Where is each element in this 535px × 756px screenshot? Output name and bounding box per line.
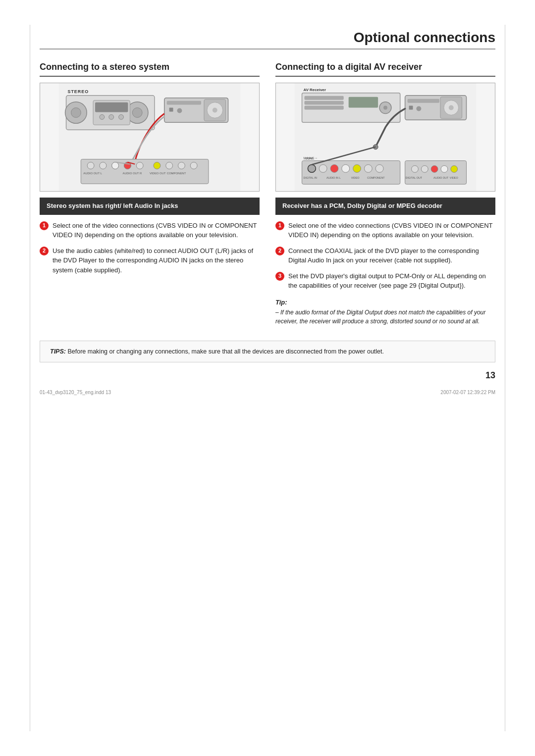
right-step-num-2: 2	[275, 247, 284, 255]
svg-point-29	[154, 162, 160, 169]
svg-point-45	[383, 106, 387, 110]
right-section-title: Connecting to a digital AV receiver	[275, 61, 495, 77]
right-step-1: 1 Select one of the video connections (C…	[275, 221, 495, 240]
left-step-2: 2 Use the audio cables (white/red) to co…	[40, 246, 260, 275]
svg-rect-8	[95, 102, 128, 112]
right-step-3-text: Set the DVD player's digital output to P…	[288, 271, 495, 291]
svg-point-4	[71, 108, 81, 118]
tip-text: – If the audio format of the Digital Out…	[275, 308, 495, 326]
svg-point-59	[342, 165, 350, 173]
svg-text:AV Receiver: AV Receiver	[304, 88, 326, 92]
svg-point-75	[451, 166, 458, 173]
margin-line-right	[505, 25, 505, 731]
left-step-2-text: Use the audio cables (white/red) to conn…	[53, 246, 260, 275]
svg-point-67	[308, 165, 316, 173]
svg-point-24	[136, 162, 143, 169]
stereo-diagram-box: STEREO	[40, 83, 260, 192]
footer-left: 01-43_dvp3120_75_eng.indd 13	[40, 390, 111, 395]
svg-point-62	[375, 165, 383, 173]
av-receiver-diagram-box: AV Receiver	[275, 83, 495, 192]
tip-section: Tip: – If the audio format of the Digita…	[275, 299, 495, 326]
page: Optional connections Connecting to a ste…	[0, 0, 535, 756]
tips-text: Before making or changing any connection…	[67, 348, 384, 355]
bottom-tips-box: TIPS: Before making or changing any conn…	[40, 341, 495, 363]
stereo-diagram-svg: STEREO	[40, 83, 259, 191]
svg-point-72	[421, 166, 428, 173]
svg-point-32	[190, 162, 197, 169]
right-subheading: Receiver has a PCM, Dolby Digital or MPE…	[275, 198, 495, 214]
svg-text:AUDIO OUT L: AUDIO OUT L	[83, 172, 103, 175]
svg-rect-42	[305, 106, 344, 110]
page-title: Optional connections	[40, 30, 495, 50]
svg-point-21	[100, 162, 107, 169]
two-col-layout: Connecting to a stereo system STEREO	[40, 61, 495, 326]
svg-point-30	[166, 162, 173, 169]
svg-text:DIGITAL IN: DIGITAL IN	[304, 177, 318, 180]
left-step-1: 1 Select one of the video connections (C…	[40, 221, 260, 240]
svg-point-11	[119, 115, 124, 120]
svg-text:DIGITAL OUT: DIGITAL OUT	[406, 177, 423, 180]
svg-point-6	[132, 108, 142, 118]
footer-right: 2007-02-07 12:39:22 PM	[440, 390, 495, 395]
left-subheading: Stereo system has right/ left Audio In j…	[40, 198, 260, 214]
svg-text:VIDEO OUT: VIDEO OUT	[150, 172, 166, 175]
svg-text:AUDIO OUT R: AUDIO OUT R	[123, 172, 143, 175]
right-steps-list: 1 Select one of the video connections (C…	[275, 221, 495, 291]
svg-point-52	[416, 106, 421, 111]
svg-text:COMPONENT: COMPONENT	[367, 177, 385, 180]
left-column: Connecting to a stereo system STEREO	[40, 61, 260, 326]
svg-point-20	[87, 162, 94, 169]
left-steps-list: 1 Select one of the video connections (C…	[40, 221, 260, 275]
svg-rect-51	[409, 106, 413, 110]
svg-point-58	[330, 165, 338, 173]
right-column: Connecting to a digital AV receiver AV R…	[275, 61, 495, 326]
right-step-2-text: Connect the COAXIAL jack of the DVD play…	[288, 246, 495, 265]
svg-text:AUDIO OUT: AUDIO OUT	[433, 177, 449, 180]
svg-point-9	[100, 115, 105, 120]
margin-line-left	[30, 25, 30, 731]
svg-point-71	[412, 166, 419, 173]
svg-rect-40	[305, 96, 344, 100]
svg-point-61	[364, 165, 372, 173]
right-step-num-3: 3	[275, 272, 284, 281]
svg-text:COMPONENT: COMPONENT	[167, 172, 186, 175]
svg-point-73	[431, 166, 438, 173]
footer: 01-43_dvp3120_75_eng.indd 13 2007-02-07 …	[40, 390, 495, 395]
step-num-2: 2	[40, 247, 49, 255]
svg-point-18	[177, 108, 182, 113]
svg-rect-55	[302, 161, 400, 185]
right-step-num-1: 1	[275, 221, 284, 230]
svg-rect-13	[167, 101, 201, 105]
svg-text:VIDEO: VIDEO	[351, 177, 360, 180]
svg-point-60	[353, 165, 361, 173]
right-step-2: 2 Connect the COAXIAL jack of the DVD pl…	[275, 246, 495, 265]
svg-text:VIDEO: VIDEO	[450, 177, 458, 180]
svg-point-28	[112, 162, 119, 169]
step-num-1: 1	[40, 221, 49, 230]
svg-text:COAX: COAX	[305, 157, 313, 160]
svg-rect-43	[349, 97, 378, 108]
svg-point-16	[213, 108, 217, 113]
av-receiver-diagram-svg: AV Receiver	[276, 83, 495, 191]
tips-label: TIPS:	[50, 348, 66, 355]
svg-point-31	[178, 162, 185, 169]
page-number: 13	[40, 370, 495, 381]
svg-point-74	[441, 166, 448, 173]
tip-title: Tip:	[275, 299, 495, 306]
svg-rect-47	[408, 99, 439, 103]
svg-rect-17	[169, 108, 173, 112]
svg-text:AUDIO IN L: AUDIO IN L	[326, 177, 341, 180]
svg-rect-41	[305, 101, 344, 105]
svg-point-57	[319, 165, 327, 173]
left-section-title: Connecting to a stereo system	[40, 61, 260, 77]
right-step-3: 3 Set the DVD player's digital output to…	[275, 271, 495, 291]
svg-point-50	[449, 105, 454, 110]
svg-text:STEREO: STEREO	[68, 89, 89, 94]
left-step-1-text: Select one of the video connections (CVB…	[53, 221, 260, 240]
right-step-1-text: Select one of the video connections (CVB…	[288, 221, 495, 240]
svg-point-10	[109, 115, 114, 120]
